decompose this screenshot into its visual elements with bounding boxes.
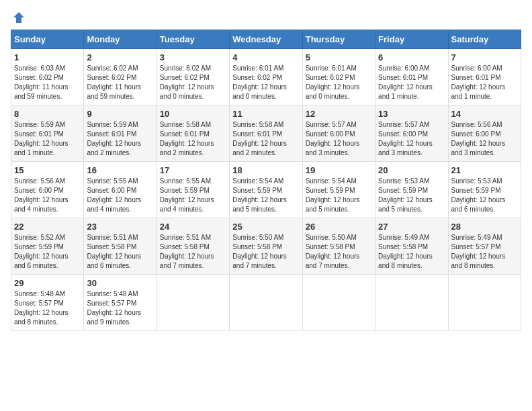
day-number: 8 — [14, 109, 81, 119]
cell-content: Sunrise: 6:03 AMSunset: 6:02 PMDaylight:… — [14, 64, 81, 101]
day-number: 13 — [378, 109, 445, 119]
cell-content: Sunrise: 5:56 AMSunset: 6:00 PMDaylight:… — [14, 177, 81, 214]
calendar-cell — [375, 275, 448, 331]
cell-content: Sunrise: 5:56 AMSunset: 6:00 PMDaylight:… — [451, 120, 518, 158]
day-number: 5 — [306, 52, 372, 62]
cell-content: Sunrise: 5:55 AMSunset: 6:00 PMDaylight:… — [87, 177, 153, 214]
day-number: 22 — [14, 222, 81, 232]
day-number: 21 — [451, 165, 518, 175]
cell-content: Sunrise: 6:02 AMSunset: 6:02 PMDaylight:… — [160, 64, 226, 101]
calendar-cell: 29Sunrise: 5:48 AMSunset: 5:57 PMDayligh… — [11, 275, 84, 331]
calendar-cell: 19Sunrise: 5:54 AMSunset: 5:59 PMDayligh… — [302, 162, 375, 218]
cell-content: Sunrise: 5:58 AMSunset: 6:01 PMDaylight:… — [160, 120, 226, 158]
day-number: 4 — [232, 52, 299, 62]
header — [11, 11, 521, 24]
calendar-cell: 18Sunrise: 5:54 AMSunset: 5:59 PMDayligh… — [230, 162, 302, 218]
day-number: 7 — [451, 52, 518, 62]
cell-content: Sunrise: 5:57 AMSunset: 6:00 PMDaylight:… — [306, 120, 372, 158]
day-number: 1 — [14, 52, 81, 62]
calendar-cell: 6Sunrise: 6:00 AMSunset: 6:01 PMDaylight… — [375, 49, 448, 105]
calendar-cell: 14Sunrise: 5:56 AMSunset: 6:00 PMDayligh… — [448, 105, 521, 162]
calendar-cell — [302, 275, 375, 331]
day-number: 11 — [232, 109, 299, 119]
cell-content: Sunrise: 5:59 AMSunset: 6:01 PMDaylight:… — [14, 120, 81, 158]
day-number: 12 — [306, 109, 372, 119]
day-header-tuesday: Tuesday — [157, 30, 229, 49]
cell-content: Sunrise: 5:53 AMSunset: 5:59 PMDaylight:… — [451, 177, 518, 214]
cell-content: Sunrise: 6:01 AMSunset: 6:02 PMDaylight:… — [232, 64, 299, 101]
cell-content: Sunrise: 6:00 AMSunset: 6:01 PMDaylight:… — [451, 64, 518, 101]
cell-content: Sunrise: 5:48 AMSunset: 5:57 PMDaylight:… — [87, 289, 153, 327]
day-header-wednesday: Wednesday — [230, 30, 302, 49]
calendar-cell: 8Sunrise: 5:59 AMSunset: 6:01 PMDaylight… — [11, 105, 84, 162]
week-row-1: 1Sunrise: 6:03 AMSunset: 6:02 PMDaylight… — [11, 49, 521, 105]
logo-icon — [12, 11, 26, 24]
calendar-cell: 26Sunrise: 5:50 AMSunset: 5:58 PMDayligh… — [302, 218, 375, 275]
calendar-cell — [448, 275, 521, 331]
logo — [11, 11, 26, 24]
day-number: 14 — [451, 109, 518, 119]
calendar-cell: 16Sunrise: 5:55 AMSunset: 6:00 PMDayligh… — [84, 162, 157, 218]
calendar-cell — [157, 275, 229, 331]
svg-marker-0 — [13, 12, 24, 23]
calendar-cell — [230, 275, 302, 331]
cell-content: Sunrise: 5:50 AMSunset: 5:58 PMDaylight:… — [306, 233, 372, 271]
day-number: 6 — [378, 52, 445, 62]
week-row-4: 22Sunrise: 5:52 AMSunset: 5:59 PMDayligh… — [11, 218, 521, 275]
calendar-cell: 11Sunrise: 5:58 AMSunset: 6:01 PMDayligh… — [230, 105, 302, 162]
cell-content: Sunrise: 5:58 AMSunset: 6:01 PMDaylight:… — [232, 120, 299, 158]
week-row-2: 8Sunrise: 5:59 AMSunset: 6:01 PMDaylight… — [11, 105, 521, 162]
day-number: 27 — [378, 222, 445, 232]
calendar-cell: 7Sunrise: 6:00 AMSunset: 6:01 PMDaylight… — [448, 49, 521, 105]
cell-content: Sunrise: 5:48 AMSunset: 5:57 PMDaylight:… — [14, 289, 81, 327]
days-header-row: SundayMondayTuesdayWednesdayThursdayFrid… — [11, 30, 521, 49]
calendar-cell: 24Sunrise: 5:51 AMSunset: 5:58 PMDayligh… — [157, 218, 229, 275]
week-row-5: 29Sunrise: 5:48 AMSunset: 5:57 PMDayligh… — [11, 275, 521, 331]
calendar-cell: 27Sunrise: 5:49 AMSunset: 5:58 PMDayligh… — [375, 218, 448, 275]
calendar-cell: 5Sunrise: 6:01 AMSunset: 6:02 PMDaylight… — [302, 49, 375, 105]
day-number: 16 — [87, 165, 153, 175]
day-number: 24 — [160, 222, 226, 232]
day-number: 2 — [87, 52, 153, 62]
cell-content: Sunrise: 6:02 AMSunset: 6:02 PMDaylight:… — [87, 64, 153, 101]
day-number: 30 — [87, 278, 153, 288]
day-number: 9 — [87, 109, 153, 119]
cell-content: Sunrise: 6:01 AMSunset: 6:02 PMDaylight:… — [306, 64, 372, 101]
calendar-cell: 23Sunrise: 5:51 AMSunset: 5:58 PMDayligh… — [84, 218, 157, 275]
cell-content: Sunrise: 5:54 AMSunset: 5:59 PMDaylight:… — [306, 177, 372, 214]
calendar-cell: 21Sunrise: 5:53 AMSunset: 5:59 PMDayligh… — [448, 162, 521, 218]
calendar-cell: 1Sunrise: 6:03 AMSunset: 6:02 PMDaylight… — [11, 49, 84, 105]
day-header-sunday: Sunday — [11, 30, 84, 49]
cell-content: Sunrise: 5:50 AMSunset: 5:58 PMDaylight:… — [232, 233, 299, 271]
cell-content: Sunrise: 5:51 AMSunset: 5:58 PMDaylight:… — [87, 233, 153, 271]
cell-content: Sunrise: 5:59 AMSunset: 6:01 PMDaylight:… — [87, 120, 153, 158]
day-number: 25 — [232, 222, 299, 232]
calendar-cell: 30Sunrise: 5:48 AMSunset: 5:57 PMDayligh… — [84, 275, 157, 331]
cell-content: Sunrise: 5:57 AMSunset: 6:00 PMDaylight:… — [378, 120, 445, 158]
cell-content: Sunrise: 5:53 AMSunset: 5:59 PMDaylight:… — [378, 177, 445, 214]
day-number: 29 — [14, 278, 81, 288]
calendar-cell: 12Sunrise: 5:57 AMSunset: 6:00 PMDayligh… — [302, 105, 375, 162]
day-header-monday: Monday — [84, 30, 157, 49]
day-number: 23 — [87, 222, 153, 232]
calendar-cell: 28Sunrise: 5:49 AMSunset: 5:57 PMDayligh… — [448, 218, 521, 275]
calendar-cell: 3Sunrise: 6:02 AMSunset: 6:02 PMDaylight… — [157, 49, 229, 105]
calendar-cell: 17Sunrise: 5:55 AMSunset: 5:59 PMDayligh… — [157, 162, 229, 218]
day-number: 10 — [160, 109, 226, 119]
cell-content: Sunrise: 5:54 AMSunset: 5:59 PMDaylight:… — [232, 177, 299, 214]
cell-content: Sunrise: 5:49 AMSunset: 5:58 PMDaylight:… — [378, 233, 445, 271]
day-header-saturday: Saturday — [448, 30, 521, 49]
calendar-table: SundayMondayTuesdayWednesdayThursdayFrid… — [11, 30, 521, 331]
week-row-3: 15Sunrise: 5:56 AMSunset: 6:00 PMDayligh… — [11, 162, 521, 218]
calendar-cell: 13Sunrise: 5:57 AMSunset: 6:00 PMDayligh… — [375, 105, 448, 162]
calendar-cell: 10Sunrise: 5:58 AMSunset: 6:01 PMDayligh… — [157, 105, 229, 162]
day-number: 28 — [451, 222, 518, 232]
calendar-cell: 22Sunrise: 5:52 AMSunset: 5:59 PMDayligh… — [11, 218, 84, 275]
calendar-cell: 25Sunrise: 5:50 AMSunset: 5:58 PMDayligh… — [230, 218, 302, 275]
day-number: 3 — [160, 52, 226, 62]
day-number: 26 — [306, 222, 372, 232]
cell-content: Sunrise: 5:55 AMSunset: 5:59 PMDaylight:… — [160, 177, 226, 214]
calendar-cell: 2Sunrise: 6:02 AMSunset: 6:02 PMDaylight… — [84, 49, 157, 105]
cell-content: Sunrise: 6:00 AMSunset: 6:01 PMDaylight:… — [378, 64, 445, 101]
cell-content: Sunrise: 5:49 AMSunset: 5:57 PMDaylight:… — [451, 233, 518, 271]
